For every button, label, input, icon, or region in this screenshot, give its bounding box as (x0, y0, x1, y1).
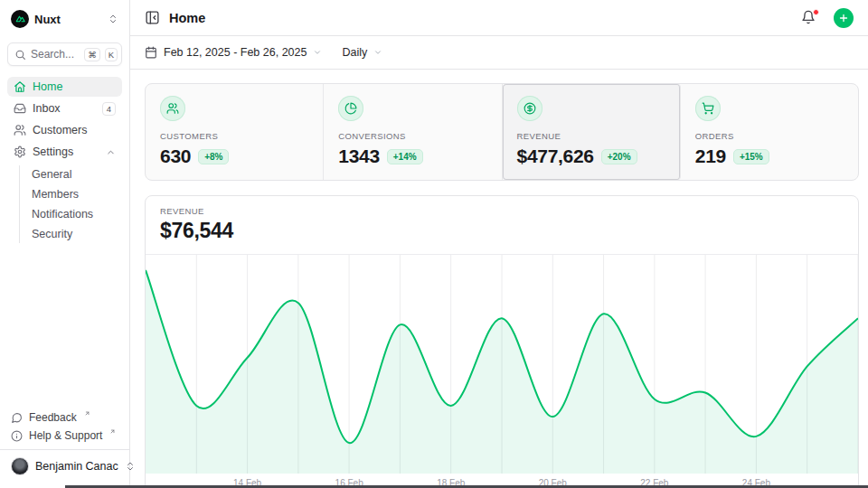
avatar (11, 457, 29, 475)
search-placeholder: Search... (31, 48, 80, 61)
inbox-icon (14, 102, 26, 115)
chevron-up-icon (106, 147, 116, 157)
top-bar: Home (130, 0, 868, 36)
revenue-area-chart[interactable] (146, 255, 858, 474)
sidebar-item-members[interactable]: Members (28, 185, 122, 203)
help-support-link[interactable]: Help & Support (7, 427, 122, 444)
gear-icon (14, 145, 26, 158)
pie-chart-icon (338, 96, 363, 121)
users-icon (14, 124, 26, 136)
kbd-cmd: ⌘ (84, 48, 100, 61)
stat-value: 630 (160, 145, 191, 167)
sidebar-toggle-icon[interactable] (145, 10, 160, 25)
chart-current-value: $76,544 (160, 219, 844, 243)
stats-row: CUSTOMERS 630 +8% CONVERSIONS 1343 +14% (145, 83, 859, 181)
chat-bubble-icon (11, 412, 23, 424)
sidebar: Nuxt Search... ⌘ K Home Inbox 4 Customer… (0, 0, 130, 488)
sidebar-item-security[interactable]: Security (28, 225, 122, 243)
notification-dot (813, 9, 819, 15)
delta-badge: +15% (733, 149, 769, 164)
delta-badge: +8% (198, 149, 229, 164)
feedback-link[interactable]: Feedback (7, 409, 122, 426)
chart-label: REVENUE (160, 206, 844, 216)
chevron-down-icon (373, 48, 382, 57)
home-icon (14, 80, 26, 93)
plus-icon (838, 13, 849, 23)
kbd-k: K (105, 48, 118, 61)
sidebar-item-general[interactable]: General (28, 165, 122, 183)
users-icon (160, 96, 185, 121)
stat-card-revenue[interactable]: REVENUE $477,626 +20% (503, 84, 681, 180)
stat-value: 219 (695, 145, 726, 167)
settings-subnav: General Members Notifications Security (7, 165, 122, 243)
sidebar-item-customers[interactable]: Customers (7, 120, 122, 140)
cart-icon (695, 96, 721, 121)
user-name: Benjamin Canac (35, 460, 118, 473)
workspace-name: Nuxt (34, 13, 102, 26)
page-title: Home (169, 11, 792, 25)
stat-card-orders[interactable]: ORDERS 219 +15% (681, 84, 858, 180)
sidebar-item-inbox[interactable]: Inbox 4 (7, 99, 122, 118)
delta-badge: +14% (387, 149, 423, 164)
chevron-up-down-icon (108, 14, 118, 24)
search-icon (14, 49, 26, 61)
external-link-icon (109, 428, 116, 435)
period-select[interactable]: Daily (342, 46, 382, 59)
stat-card-conversions[interactable]: CONVERSIONS 1343 +14% (324, 84, 502, 180)
chevron-down-icon (313, 48, 322, 57)
dollar-icon (517, 96, 542, 121)
search-input[interactable]: Search... ⌘ K (7, 42, 122, 66)
calendar-icon (145, 46, 157, 59)
sidebar-nav: Home Inbox 4 Customers Settings General … (7, 77, 122, 243)
delta-badge: +20% (601, 149, 637, 164)
add-button[interactable] (834, 8, 854, 28)
inbox-count-badge: 4 (102, 102, 116, 116)
main-panel: Home Feb 12, 2025 - Feb 26, 2025 Daily (130, 0, 868, 488)
chart-header: REVENUE $76,544 (146, 196, 858, 255)
sidebar-item-notifications[interactable]: Notifications (28, 205, 122, 223)
user-menu[interactable]: Benjamin Canac (0, 449, 129, 481)
filter-toolbar: Feb 12, 2025 - Feb 26, 2025 Daily (130, 36, 868, 70)
workspace-selector[interactable]: Nuxt (7, 7, 122, 31)
stat-value: 1343 (338, 145, 380, 167)
stat-card-customers[interactable]: CUSTOMERS 630 +8% (146, 84, 324, 180)
nuxt-logo-icon (11, 10, 29, 28)
external-link-icon (84, 410, 90, 417)
sidebar-footer: Feedback Help & Support (7, 409, 122, 449)
stat-value: $477,626 (517, 145, 594, 167)
info-icon (11, 430, 23, 442)
sidebar-item-settings[interactable]: Settings (7, 142, 122, 162)
notifications-button[interactable] (801, 10, 817, 26)
app-window: Nuxt Search... ⌘ K Home Inbox 4 Customer… (0, 0, 868, 488)
revenue-chart-panel: REVENUE $76,544 14 Feb16 Feb18 Feb20 Feb… (145, 195, 859, 488)
date-range-picker[interactable]: Feb 12, 2025 - Feb 26, 2025 (145, 46, 322, 59)
sidebar-item-home[interactable]: Home (7, 77, 122, 97)
content-area: CUSTOMERS 630 +8% CONVERSIONS 1343 +14% (130, 70, 868, 488)
